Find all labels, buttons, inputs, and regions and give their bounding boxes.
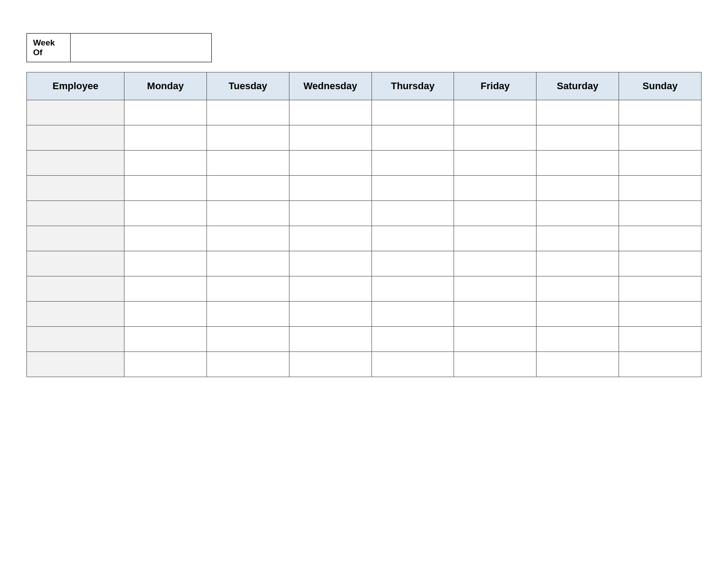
day-cell[interactable] xyxy=(372,100,454,125)
employee-cell[interactable] xyxy=(27,302,124,327)
day-cell[interactable] xyxy=(619,176,702,201)
day-cell[interactable] xyxy=(619,251,702,276)
day-cell[interactable] xyxy=(372,276,454,302)
day-cell[interactable] xyxy=(124,276,207,302)
employee-cell[interactable] xyxy=(27,201,124,226)
table-row xyxy=(27,276,702,302)
day-cell[interactable] xyxy=(454,151,537,176)
day-cell[interactable] xyxy=(372,302,454,327)
day-cell[interactable] xyxy=(124,176,207,201)
day-cell[interactable] xyxy=(289,100,372,125)
table-row xyxy=(27,100,702,125)
day-cell[interactable] xyxy=(537,201,619,226)
day-cell[interactable] xyxy=(206,327,289,352)
table-row xyxy=(27,226,702,251)
day-cell[interactable] xyxy=(537,251,619,276)
day-cell[interactable] xyxy=(206,151,289,176)
day-cell[interactable] xyxy=(372,251,454,276)
day-cell[interactable] xyxy=(372,151,454,176)
header-tuesday: Tuesday xyxy=(206,72,289,100)
day-cell[interactable] xyxy=(454,125,537,151)
employee-cell[interactable] xyxy=(27,276,124,302)
day-cell[interactable] xyxy=(372,226,454,251)
week-of-label: Week Of xyxy=(26,33,71,62)
day-cell[interactable] xyxy=(619,327,702,352)
employee-cell[interactable] xyxy=(27,327,124,352)
day-cell[interactable] xyxy=(372,125,454,151)
day-cell[interactable] xyxy=(206,352,289,377)
header-row: Employee Monday Tuesday Wednesday Thursd… xyxy=(27,72,702,100)
day-cell[interactable] xyxy=(124,251,207,276)
day-cell[interactable] xyxy=(537,352,619,377)
header-wednesday: Wednesday xyxy=(289,72,372,100)
day-cell[interactable] xyxy=(289,151,372,176)
day-cell[interactable] xyxy=(289,176,372,201)
day-cell[interactable] xyxy=(454,226,537,251)
day-cell[interactable] xyxy=(289,125,372,151)
day-cell[interactable] xyxy=(619,100,702,125)
day-cell[interactable] xyxy=(289,327,372,352)
day-cell[interactable] xyxy=(206,251,289,276)
day-cell[interactable] xyxy=(206,302,289,327)
day-cell[interactable] xyxy=(619,352,702,377)
day-cell[interactable] xyxy=(289,201,372,226)
week-of-input[interactable] xyxy=(71,33,212,62)
day-cell[interactable] xyxy=(537,327,619,352)
day-cell[interactable] xyxy=(454,201,537,226)
day-cell[interactable] xyxy=(537,302,619,327)
day-cell[interactable] xyxy=(124,151,207,176)
day-cell[interactable] xyxy=(206,276,289,302)
day-cell[interactable] xyxy=(206,176,289,201)
day-cell[interactable] xyxy=(289,276,372,302)
day-cell[interactable] xyxy=(454,251,537,276)
table-row xyxy=(27,327,702,352)
day-cell[interactable] xyxy=(454,327,537,352)
day-cell[interactable] xyxy=(372,201,454,226)
employee-cell[interactable] xyxy=(27,100,124,125)
day-cell[interactable] xyxy=(124,125,207,151)
schedule-document: Week Of Employee Monday Tuesday Wednesda… xyxy=(0,0,728,377)
employee-cell[interactable] xyxy=(27,251,124,276)
day-cell[interactable] xyxy=(454,176,537,201)
day-cell[interactable] xyxy=(289,302,372,327)
day-cell[interactable] xyxy=(124,100,207,125)
day-cell[interactable] xyxy=(454,276,537,302)
day-cell[interactable] xyxy=(124,201,207,226)
day-cell[interactable] xyxy=(124,302,207,327)
day-cell[interactable] xyxy=(454,302,537,327)
day-cell[interactable] xyxy=(372,176,454,201)
day-cell[interactable] xyxy=(206,100,289,125)
day-cell[interactable] xyxy=(537,100,619,125)
day-cell[interactable] xyxy=(124,352,207,377)
day-cell[interactable] xyxy=(372,327,454,352)
day-cell[interactable] xyxy=(124,327,207,352)
day-cell[interactable] xyxy=(619,276,702,302)
day-cell[interactable] xyxy=(537,176,619,201)
employee-cell[interactable] xyxy=(27,226,124,251)
day-cell[interactable] xyxy=(619,151,702,176)
day-cell[interactable] xyxy=(537,276,619,302)
day-cell[interactable] xyxy=(289,226,372,251)
day-cell[interactable] xyxy=(206,201,289,226)
employee-cell[interactable] xyxy=(27,352,124,377)
employee-cell[interactable] xyxy=(27,176,124,201)
day-cell[interactable] xyxy=(537,226,619,251)
day-cell[interactable] xyxy=(206,125,289,151)
header-thursday: Thursday xyxy=(372,72,454,100)
day-cell[interactable] xyxy=(619,201,702,226)
day-cell[interactable] xyxy=(124,226,207,251)
day-cell[interactable] xyxy=(454,100,537,125)
header-monday: Monday xyxy=(124,72,207,100)
day-cell[interactable] xyxy=(206,226,289,251)
employee-cell[interactable] xyxy=(27,151,124,176)
day-cell[interactable] xyxy=(619,226,702,251)
day-cell[interactable] xyxy=(289,352,372,377)
day-cell[interactable] xyxy=(372,352,454,377)
day-cell[interactable] xyxy=(619,125,702,151)
day-cell[interactable] xyxy=(619,302,702,327)
day-cell[interactable] xyxy=(454,352,537,377)
employee-cell[interactable] xyxy=(27,125,124,151)
day-cell[interactable] xyxy=(537,151,619,176)
day-cell[interactable] xyxy=(289,251,372,276)
day-cell[interactable] xyxy=(537,125,619,151)
